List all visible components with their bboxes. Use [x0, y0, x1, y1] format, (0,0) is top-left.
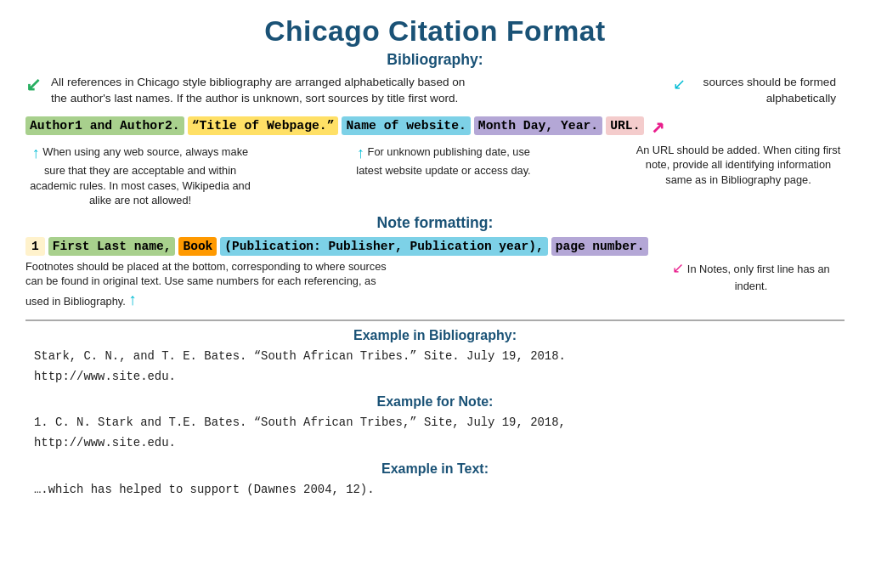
example-note-title: Example for Note:: [34, 394, 836, 410]
below-cit-right: An URL should be added. When citing firs…: [632, 143, 845, 187]
page: Chicago Citation Format Bibliography: ↙ …: [0, 0, 870, 516]
examples-section: Example in Bibliography: Stark, C. N., a…: [25, 328, 845, 499]
example-note-text2: http://www.site.edu.: [34, 433, 836, 452]
arrow-cyan-icon: ↙: [673, 74, 686, 95]
example-bib-text1: Stark, C. N., and T. E. Bates. “South Af…: [34, 347, 836, 365]
bibliography-section: Bibliography: ↙ All references in Chicag…: [25, 51, 845, 207]
arrow-pink-note-icon: ↙: [672, 260, 684, 276]
below-note-row: Footnotes should be placed at the bottom…: [25, 259, 845, 310]
example-bib-text2: http://www.site.edu.: [34, 367, 836, 386]
arrow-green-icon: ↙: [25, 72, 41, 98]
note-label: Note formatting:: [25, 214, 845, 232]
cit-site: Name of website.: [342, 116, 470, 135]
note-num: 1: [25, 237, 45, 256]
below-note-right: ↙ In Notes, only first line has an inden…: [658, 259, 845, 293]
note-name: First Last name,: [48, 237, 176, 256]
note-bar: 1 First Last name, Book (Publication: Pu…: [25, 237, 845, 256]
note-page: page number.: [551, 237, 649, 256]
example-text-title: Example in Text:: [34, 461, 836, 477]
note-book: Book: [178, 237, 217, 256]
bib-left-note: ↙ All references in Chicago style biblio…: [25, 74, 484, 106]
cit-author: Author1 and Author2.: [25, 116, 184, 135]
arrow-up-cyan-left-icon: ↑: [32, 143, 40, 163]
cit-url: URL.: [606, 116, 644, 135]
note-pub: (Publication: Publisher, Publication yea…: [220, 237, 547, 256]
bib-right-note: ↙ sources should be formed alphabeticall…: [692, 74, 845, 106]
arrow-up-cyan-mid-icon: ↑: [357, 143, 364, 163]
section-divider: [25, 319, 845, 321]
bibliography-label: Bibliography:: [25, 51, 845, 69]
cit-date: Month Day, Year.: [474, 116, 602, 135]
example-note-text1: 1. C. N. Stark and T.E. Bates. “South Af…: [34, 413, 836, 432]
arrow-mid-cyan-icon: ↑: [128, 289, 137, 311]
below-citation-row: ↑ When using any web source, always make…: [25, 143, 845, 207]
main-title: Chicago Citation Format: [25, 15, 845, 48]
example-text-text: ….which has helped to support (Dawnes 20…: [34, 480, 836, 499]
below-note-left: Footnotes should be placed at the bottom…: [25, 259, 391, 310]
citation-bar: Author1 and Author2. “Title of Webpage.”…: [25, 111, 845, 139]
arrow-pink-icon: ↗: [651, 111, 664, 139]
example-bib-title: Example in Bibliography:: [34, 328, 836, 343]
bib-note-row: ↙ All references in Chicago style biblio…: [25, 74, 845, 106]
below-cit-mid: ↑ For unknown publishing date, use lates…: [350, 143, 537, 178]
cit-title: “Title of Webpage.”: [188, 116, 339, 135]
note-section: Note formatting: 1 First Last name, Book…: [25, 214, 845, 310]
below-cit-left: ↑ When using any web source, always make…: [25, 143, 255, 207]
